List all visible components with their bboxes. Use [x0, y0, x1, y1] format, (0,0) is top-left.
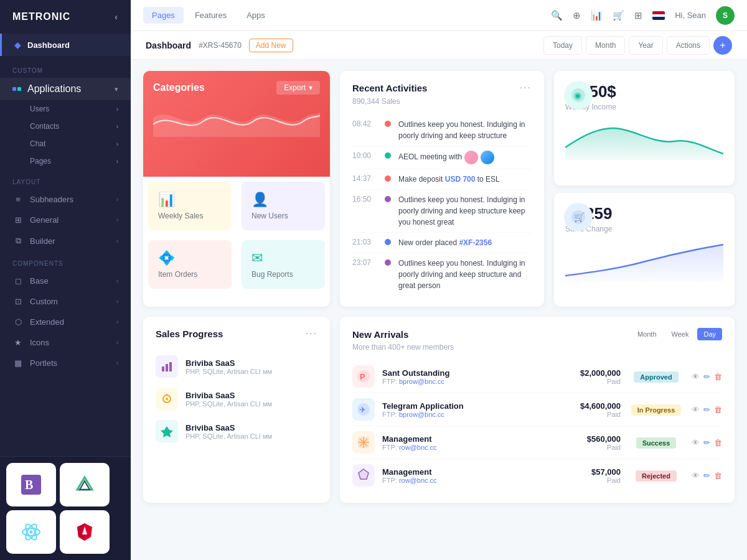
sales-icon-2 — [156, 388, 178, 410]
action-view-1[interactable]: 👁 — [692, 372, 700, 381]
sidebar-item-dashboard[interactable]: ◆ Dashboard — [0, 34, 131, 56]
arrival-price-1: $2,000,000 — [558, 368, 621, 378]
add-widget-button[interactable]: + — [713, 36, 732, 55]
activity-item-6: 23:07 Outlines keep you honest. Indulgin… — [352, 253, 532, 296]
sidebar-sub-item-pages[interactable]: Pages › — [0, 152, 131, 170]
sales-change-widget: 🛒 +259 Sales Change — [554, 193, 735, 307]
add-new-button[interactable]: Add New — [249, 39, 293, 52]
search-icon[interactable]: 🔍 — [551, 10, 563, 21]
svg-text:P: P — [360, 372, 365, 381]
applications-icon — [12, 87, 21, 91]
framework-vue[interactable] — [60, 463, 110, 506]
builder-icon: ⧉ — [12, 236, 24, 246]
activity-time-6: 23:07 — [352, 258, 377, 267]
grid-icon[interactable]: ⊞ — [634, 10, 642, 21]
sales-name-3: Briviba SaaS — [186, 423, 317, 432]
category-weekly-sales[interactable]: 📊 Weekly Sales — [148, 182, 232, 230]
action-view-4[interactable]: 👁 — [692, 471, 700, 480]
sidebar-logo: METRONIC ‹ — [0, 0, 131, 31]
action-delete-2[interactable]: 🗑 — [714, 405, 722, 414]
sales-icon-1 — [156, 355, 178, 378]
arrival-name-2: Telegram Application — [382, 401, 551, 411]
subheaders-arrow: › — [116, 196, 118, 203]
filter-today-btn[interactable]: Today — [543, 36, 582, 55]
framework-angular[interactable] — [60, 510, 110, 554]
sidebar-item-applications[interactable]: Applications ▾ — [0, 78, 131, 100]
action-delete-3[interactable]: 🗑 — [714, 438, 722, 447]
sidebar-item-portlets[interactable]: ▦ Portlets › — [0, 353, 131, 373]
categories-export-btn[interactable]: Export ▾ — [276, 81, 320, 95]
subheader-right: Today Month Year Actions + — [543, 36, 732, 55]
chart-icon[interactable]: 📊 — [591, 10, 603, 21]
filter-year-btn[interactable]: Year — [629, 36, 662, 55]
svg-rect-16 — [166, 364, 168, 371]
topnav: Pages Features Apps 🔍 ⊕ 📊 🛒 ⊞ Hi, Sean S — [131, 0, 747, 31]
action-edit-1[interactable]: ✏ — [703, 372, 710, 381]
sidebar-sub-item-contacts[interactable]: Contacts › — [0, 118, 131, 135]
framework-react[interactable] — [6, 510, 56, 554]
category-item-orders[interactable]: 💠 Item Orders — [148, 240, 232, 289]
action-view-3[interactable]: 👁 — [692, 438, 700, 447]
framework-bar: B — [0, 456, 131, 560]
framework-bootstrap[interactable]: B — [6, 463, 56, 506]
arrivals-filter: Month Week Day — [631, 328, 722, 340]
sidebar-toggle-icon[interactable]: ‹ — [115, 12, 118, 22]
svg-text:✈: ✈ — [359, 405, 366, 414]
user-avatar[interactable]: S — [716, 6, 735, 25]
custom-comp-left: ⊡ Custom — [12, 297, 58, 306]
builder-left: ⧉ Builder — [12, 236, 55, 246]
category-bug-reports[interactable]: ✉ Bug Reports — [242, 240, 325, 289]
sales-change-chart — [565, 238, 723, 282]
sales-sub-1: PHP, SQLite, Artisan CLI мм — [186, 368, 317, 375]
action-delete-4[interactable]: 🗑 — [714, 471, 722, 480]
activity-text-4: Outlines keep you honest. Indulging in p… — [398, 194, 532, 228]
sidebar-item-custom-comp[interactable]: ⊡ Custom › — [0, 291, 131, 312]
sales-menu-icon[interactable]: ··· — [306, 328, 317, 339]
topnav-apps-btn[interactable]: Apps — [238, 7, 274, 24]
action-edit-2[interactable]: ✏ — [703, 405, 710, 414]
sidebar-item-extended[interactable]: ⬡ Extended › — [0, 312, 131, 332]
share-icon[interactable]: ⊕ — [573, 10, 581, 21]
filter-day-btn[interactable]: Day — [697, 328, 722, 340]
sidebar-item-general[interactable]: ⊞ General › — [0, 210, 131, 230]
arrival-row-4: Management FTP: row@bnc.cc $57,000 Paid … — [352, 459, 722, 492]
action-view-2[interactable]: 👁 — [692, 405, 700, 414]
base-icon: ◻ — [12, 276, 24, 286]
arrival-logo-2: ✈ — [352, 398, 375, 421]
sidebar-sub-item-users[interactable]: Users › — [0, 100, 131, 118]
sub-contacts-label: Contacts — [30, 122, 59, 131]
weekly-income-icon: ◉ — [564, 81, 593, 110]
sidebar-item-builder[interactable]: ⧉ Builder › — [0, 230, 131, 251]
action-edit-3[interactable]: ✏ — [703, 438, 710, 447]
cart-icon[interactable]: 🛒 — [613, 10, 624, 21]
topnav-features-btn[interactable]: Features — [186, 7, 235, 24]
arrival-price-2: $4,600,000 — [558, 401, 621, 411]
topnav-pages-btn[interactable]: Pages — [143, 7, 184, 24]
general-label: General — [30, 215, 59, 225]
filter-week-btn[interactable]: Week — [665, 328, 695, 340]
arrival-paid-4: Paid — [558, 477, 621, 484]
sidebar-item-base[interactable]: ◻ Base › — [0, 271, 131, 291]
arrival-info-3: Management FTP: row@bnc.cc — [382, 434, 551, 451]
subheader: Dashboard #XRS-45670 Add New Today Month… — [131, 31, 747, 60]
sidebar-sub-item-chat[interactable]: Chat › — [0, 135, 131, 152]
arrival-info-4: Management FTP: row@bnc.cc — [382, 467, 551, 484]
action-edit-4[interactable]: ✏ — [703, 471, 710, 480]
activity-item-4: 16:50 Outlines keep you honest. Indulgin… — [352, 190, 532, 233]
sidebar: METRONIC ‹ ◆ Dashboard CUSTOM Applicatio… — [0, 0, 131, 560]
filter-month-btn[interactable]: Month — [631, 328, 663, 340]
sidebar-item-subheaders[interactable]: ≡ Subheaders › — [0, 189, 131, 210]
language-flag[interactable] — [652, 11, 665, 20]
filter-month-btn[interactable]: Month — [586, 36, 625, 55]
status-badge-3: Success — [636, 437, 677, 449]
category-new-users[interactable]: 👤 New Users — [242, 182, 325, 230]
item-orders-label: Item Orders — [158, 270, 197, 279]
arrival-logo-1: P — [352, 365, 375, 388]
subheader-ticket: #XRS-45670 — [199, 41, 242, 50]
actions-btn[interactable]: Actions — [667, 36, 710, 55]
recent-menu-icon[interactable]: ··· — [520, 82, 532, 93]
arrival-row-3: Management FTP: row@bnc.cc $560,000 Paid… — [352, 426, 722, 459]
app-dot-cyan — [17, 87, 21, 91]
action-delete-1[interactable]: 🗑 — [714, 372, 722, 381]
sidebar-item-icons[interactable]: ★ Icons › — [0, 332, 131, 353]
